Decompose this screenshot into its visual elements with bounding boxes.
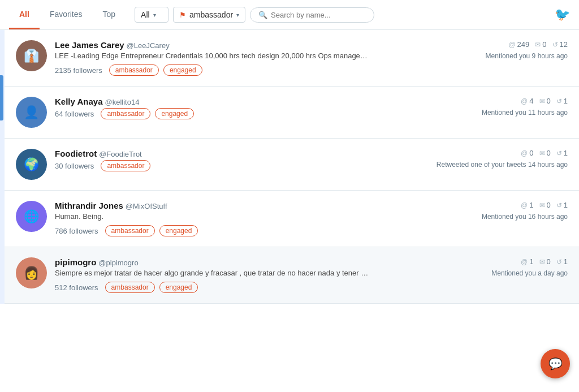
user-name: Kelly Anaya: [55, 97, 103, 106]
user-name: Mithrandir Jones: [55, 201, 123, 210]
tag-engaged[interactable]: engaged: [159, 282, 198, 293]
mentions-stat: @ 1: [521, 201, 533, 209]
retweets-count: 1: [564, 97, 568, 105]
at-icon: @: [508, 41, 515, 49]
tag-ambassador[interactable]: ambassador: [101, 160, 150, 171]
followers-count: 64 followers: [55, 110, 94, 118]
avatar: 👔: [16, 40, 47, 71]
avatar: 🌍: [16, 149, 47, 180]
message-icon: ✉: [539, 201, 545, 209]
followers-count: 30 followers: [55, 162, 94, 170]
user-name-row: Lee James Carey @LeeJCarey: [55, 40, 458, 50]
messages-count: 0: [547, 97, 551, 105]
user-card: 👩 pipimogro @pipimogro Siempre es mejor …: [5, 247, 579, 304]
tag-ambassador[interactable]: ambassador: [101, 108, 150, 119]
user-meta: 2135 followers ambassadorengaged: [55, 64, 458, 76]
tag-engaged[interactable]: engaged: [163, 64, 202, 76]
user-info: Kelly Anaya @kellito14 64 followers amba…: [55, 97, 458, 119]
retweet-icon: ↺: [552, 41, 558, 49]
chevron-down-icon-2: ▾: [236, 12, 239, 18]
stat-row: @ 1 ✉ 0 ↺ 1: [466, 257, 568, 266]
search-input[interactable]: [271, 11, 366, 19]
mentions-stat: @ 1: [521, 257, 533, 266]
main-header: All Favorites Top All ▾ ⚑ ambassador ▾ 🔍…: [0, 0, 579, 30]
user-stats: @ 0 ✉ 0 ↺ 1 Retweeted one of your tweets…: [437, 149, 568, 169]
retweet-icon: ↺: [556, 97, 562, 105]
at-icon: @: [521, 201, 528, 209]
followers-count: 786 followers: [55, 227, 98, 235]
user-meta: 64 followers ambassadorengaged: [55, 108, 458, 119]
retweets-count: 1: [564, 201, 568, 209]
mentions-stat: @ 249: [508, 40, 529, 49]
messages-stat: ✉ 0: [535, 40, 546, 49]
retweets-stat: ↺ 1: [556, 257, 568, 266]
search-box: 🔍: [250, 7, 374, 23]
user-meta: 786 followers ambassadorengaged: [55, 225, 458, 236]
ambassador-filter-label: ambassador: [189, 10, 233, 19]
user-name: Foodietrot: [55, 149, 97, 158]
avatar: 👩: [16, 257, 47, 288]
user-handle: @MixOfStuff: [126, 202, 167, 210]
tab-top[interactable]: Top: [92, 1, 126, 29]
mentions-count: 4: [529, 97, 533, 105]
stat-row: @ 249 ✉ 0 ↺ 12: [466, 40, 568, 49]
user-name-row: Foodietrot @FoodieTrot: [55, 149, 429, 158]
avatar: 🌐: [16, 201, 47, 232]
activity-text: Mentioned you 9 hours ago: [466, 52, 568, 60]
user-name: Lee James Carey: [55, 40, 124, 50]
user-stats: @ 4 ✉ 0 ↺ 1 Mentioned you 11 hours ago: [466, 97, 568, 117]
avatar: 👤: [16, 97, 47, 128]
followers-count: 512 followers: [55, 283, 98, 292]
messages-stat: ✉ 0: [539, 149, 551, 157]
user-stats: @ 1 ✉ 0 ↺ 1 Mentioned you 16 hours ago: [466, 201, 568, 221]
tag-ambassador[interactable]: ambassador: [105, 225, 155, 236]
all-filter-label: All: [141, 10, 150, 19]
tab-all[interactable]: All: [9, 1, 40, 29]
messages-count: 0: [547, 149, 551, 157]
user-info: Mithrandir Jones @MixOfStuff Human. Bein…: [55, 201, 458, 236]
retweets-stat: ↺ 1: [556, 97, 568, 105]
all-filter-dropdown[interactable]: All ▾: [135, 7, 168, 23]
retweet-icon: ↺: [556, 258, 562, 266]
stat-row: @ 1 ✉ 0 ↺ 1: [466, 201, 568, 209]
user-bio: Human. Being.: [55, 212, 371, 221]
messages-stat: ✉ 0: [539, 201, 551, 209]
messages-stat: ✉ 0: [539, 257, 551, 266]
user-name-row: Mithrandir Jones @MixOfStuff: [55, 201, 458, 210]
tag-ambassador[interactable]: ambassador: [109, 64, 159, 76]
ambassador-filter-dropdown[interactable]: ⚑ ambassador ▾: [173, 7, 245, 23]
message-icon: ✉: [535, 41, 541, 49]
retweets-count: 12: [560, 40, 568, 49]
tabs-container: All Favorites Top: [9, 1, 126, 29]
mentions-stat: @ 4: [521, 97, 533, 105]
tab-favorites[interactable]: Favorites: [40, 1, 93, 29]
messages-count: 0: [542, 40, 546, 49]
messages-stat: ✉ 0: [539, 97, 551, 105]
layout: 👔 Lee James Carey @LeeJCarey LEE -Leadin…: [0, 30, 579, 304]
user-meta: 30 followers ambassador: [55, 160, 429, 171]
flag-icon: ⚑: [179, 11, 186, 19]
mentions-count: 249: [517, 40, 530, 49]
search-icon: 🔍: [258, 11, 267, 19]
message-icon: ✉: [539, 149, 545, 157]
user-stats: @ 1 ✉ 0 ↺ 1 Mentioned you a day ago: [466, 257, 568, 277]
twitter-icon[interactable]: 🐦: [555, 7, 570, 22]
retweets-stat: ↺ 1: [556, 201, 568, 209]
tag-engaged[interactable]: engaged: [155, 108, 194, 119]
user-card: 🌐 Mithrandir Jones @MixOfStuff Human. Be…: [5, 191, 579, 247]
at-icon: @: [521, 258, 528, 266]
retweet-icon: ↺: [556, 201, 562, 209]
user-name-row: pipimogro @pipimogro: [55, 257, 458, 267]
user-bio: Siempre es mejor tratar de hacer algo gr…: [55, 269, 371, 277]
user-name-row: Kelly Anaya @kellito14: [55, 97, 458, 106]
activity-text: Mentioned you 11 hours ago: [466, 109, 568, 117]
tag-engaged[interactable]: engaged: [159, 225, 198, 236]
user-card: 👤 Kelly Anaya @kellito14 64 followers am…: [5, 87, 579, 139]
sidebar-strip: [0, 30, 5, 304]
user-handle: @kellito14: [105, 98, 140, 106]
stat-row: @ 4 ✉ 0 ↺ 1: [466, 97, 568, 105]
message-icon: ✉: [539, 258, 545, 266]
messages-count: 0: [547, 201, 551, 209]
messages-count: 0: [547, 257, 551, 266]
tag-ambassador[interactable]: ambassador: [105, 282, 155, 293]
